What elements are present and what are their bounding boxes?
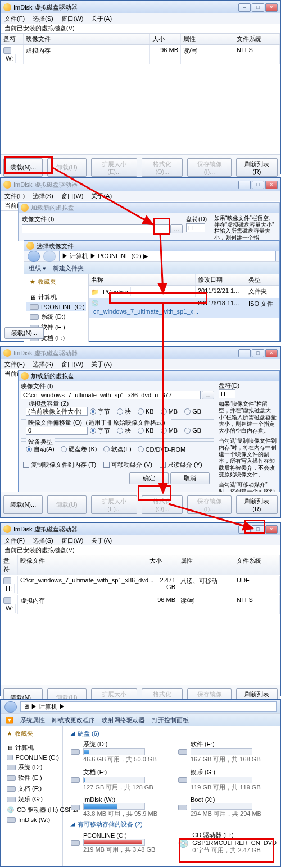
- tree-drive-cd[interactable]: 💿 CD 驱动器 (H:) GSP1F: [3, 805, 60, 815]
- tree-drive[interactable]: ImDisk (W:): [3, 815, 60, 824]
- tb-properties[interactable]: 系统属性: [20, 716, 45, 724]
- tree-drive[interactable]: 软件 (E:): [3, 773, 60, 783]
- unit-kb[interactable]: KB: [138, 408, 154, 415]
- menu-about[interactable]: 关于(A): [91, 15, 112, 23]
- list-item[interactable]: H: C:\cn_windows_7_ultimate_with_sp1_x86…: [1, 575, 280, 595]
- format-button[interactable]: 格式化(O)...: [142, 158, 183, 177]
- browse-button[interactable]: ...: [202, 391, 214, 399]
- file-item[interactable]: 📁 PConline 2011/12/21 1... 文件夹: [89, 286, 279, 298]
- minimize-button[interactable]: –: [238, 181, 251, 189]
- maximize-button[interactable]: □: [252, 349, 264, 357]
- refresh-button[interactable]: 刷新列表(R): [236, 495, 278, 514]
- format-button[interactable]: 格式化(O)...: [142, 495, 183, 514]
- extend-button[interactable]: 扩展大小(E)...: [91, 495, 137, 514]
- menu-select[interactable]: 选择(S): [33, 15, 53, 23]
- volume-cd[interactable]: 💿CD 驱动器 (H:) GSP1RMCULFRER_CN_DVD0 字节 可用…: [178, 830, 277, 856]
- favorites-node[interactable]: ★ 收藏夹: [26, 277, 86, 287]
- nav-bar: ▶ 计算机 ▶ PCONLINE (C:) ▶: [24, 251, 279, 262]
- breadcrumb[interactable]: ▶ 计算机 ▶ PCONLINE (C:) ▶: [59, 251, 276, 261]
- minimize-button[interactable]: –: [238, 525, 251, 534]
- off-unit-mb[interactable]: MB: [161, 427, 178, 434]
- titlebar[interactable]: ImDisk 虚拟磁盘驱动器 – □ ×: [1, 347, 280, 359]
- volume-e[interactable]: 软件 (E:)167 GB 可用，共 168 GB: [178, 739, 277, 765]
- tb-uninstall[interactable]: 卸载或更改程序: [52, 716, 95, 724]
- tb-ctrlpanel[interactable]: 打开控制面板: [152, 716, 189, 724]
- image-path-input[interactable]: [22, 224, 169, 233]
- tree-drive[interactable]: 系统 (D:): [3, 762, 60, 773]
- extend-button[interactable]: 扩展大小(E)...: [91, 158, 137, 177]
- size-input[interactable]: [26, 407, 88, 416]
- off-unit-gb[interactable]: GB: [184, 427, 201, 434]
- tree-drive[interactable]: 系统 (D:): [26, 311, 86, 322]
- favorites-node[interactable]: ★ 收藏夹: [3, 728, 60, 739]
- titlebar[interactable]: ImDisk 虚拟磁盘驱动器 – □ ×: [1, 523, 280, 535]
- devtype-fdd[interactable]: 软盘(F): [103, 445, 132, 453]
- devtype-cd[interactable]: CD/DVD-ROM: [138, 446, 186, 453]
- close-button[interactable]: ×: [265, 349, 278, 357]
- mount-button[interactable]: 装载(N)...: [3, 495, 43, 514]
- chk-copy-to-ram[interactable]: 复制映像文件到内存 (T): [23, 461, 96, 469]
- refresh-button[interactable]: 刷新列表(R): [236, 158, 278, 177]
- list-item[interactable]: W: 虚拟内存 96 MB 读/写 NTFS: [1, 595, 280, 614]
- organize-menu[interactable]: 组织 ▾: [29, 264, 46, 273]
- save-image-button[interactable]: 保存镜像(I)...: [187, 495, 231, 514]
- maximize-button[interactable]: □: [252, 3, 264, 12]
- titlebar[interactable]: ImDisk 虚拟磁盘驱动器 – □ ×: [1, 178, 280, 191]
- forward-button[interactable]: [43, 251, 56, 262]
- drive-letter-input[interactable]: [219, 389, 235, 398]
- unmount-button[interactable]: 卸载(U): [47, 495, 87, 514]
- offset-input[interactable]: [26, 426, 88, 435]
- volume-w[interactable]: ImDisk (W:)43.8 MB 可用，共 95.9 MB: [71, 795, 169, 819]
- close-button[interactable]: ×: [265, 525, 278, 534]
- back-button[interactable]: [28, 251, 40, 262]
- tree-drive[interactable]: PCONLINE (C:): [3, 753, 60, 762]
- close-button[interactable]: ×: [265, 3, 278, 12]
- drive-letter-input[interactable]: [186, 223, 205, 232]
- minimize-button[interactable]: –: [238, 349, 251, 357]
- devtype-auto[interactable]: 自动(A): [26, 445, 55, 453]
- minimize-button[interactable]: –: [238, 3, 251, 12]
- volume-g[interactable]: 娱乐 (G:)119 GB 可用，共 119 GB: [178, 767, 277, 793]
- cancel-button[interactable]: 取消: [170, 472, 210, 484]
- back-button[interactable]: [4, 701, 17, 713]
- removable-section-header[interactable]: ◢ 有可移动存储的设备 (2): [66, 819, 277, 830]
- unit-byte[interactable]: 字节: [90, 407, 110, 416]
- off-unit-byte[interactable]: 字节: [90, 426, 110, 435]
- unit-block[interactable]: 块: [117, 407, 131, 416]
- off-unit-kb[interactable]: KB: [138, 427, 154, 434]
- volume-c[interactable]: PCONLINE (C:)219 MB 可用，共 3.48 GB: [71, 830, 169, 856]
- tree-drive[interactable]: 文档 (F:): [3, 783, 60, 794]
- tree-drive[interactable]: 娱乐 (G:): [3, 794, 60, 805]
- mount-button[interactable]: 装载(N)...: [4, 327, 44, 339]
- breadcrumb[interactable]: 🖥 ▶ 计算机 ▶: [20, 701, 277, 712]
- unit-gb[interactable]: GB: [184, 408, 201, 415]
- computer-node[interactable]: 🖥 计算机: [26, 292, 86, 302]
- volume-x[interactable]: Boot (X:)294 MB 可用，共 294 MB: [178, 795, 277, 819]
- titlebar[interactable]: ImDisk 虚拟磁盘驱动器 – □ ×: [1, 1, 280, 13]
- menu-window[interactable]: 窗口(W): [61, 15, 84, 23]
- maximize-button[interactable]: □: [252, 181, 264, 189]
- mount-button[interactable]: 装载(N)...: [3, 158, 43, 177]
- disk-list[interactable]: W: 虚拟内存 96 MB 读/写 NTFS: [1, 45, 280, 154]
- chk-readonly[interactable]: 只读媒介 (Y): [160, 461, 202, 469]
- chk-removable[interactable]: 可移动媒介 (V): [103, 461, 152, 469]
- hd-section-header[interactable]: ◢ 硬盘 (6): [66, 728, 277, 739]
- tb-mapdrive[interactable]: 映射网络驱动器: [102, 716, 145, 724]
- unmount-button[interactable]: 卸载(U): [47, 158, 87, 177]
- browse-button[interactable]: ...: [170, 224, 183, 233]
- maximize-button[interactable]: □: [252, 525, 264, 534]
- save-image-button[interactable]: 保存镜像(I)...: [187, 158, 231, 177]
- image-path-input[interactable]: [21, 391, 201, 399]
- ok-button[interactable]: 确定: [129, 472, 169, 484]
- tree-drive[interactable]: PCONLINE (C:): [26, 302, 86, 311]
- computer-node[interactable]: 🖥 计算机: [3, 742, 60, 753]
- volume-f[interactable]: 文档 (F:)127 GB 可用，共 128 GB: [71, 767, 169, 793]
- volume-d[interactable]: 系统 (D:)46.6 GB 可用，共 50.0 GB: [71, 739, 169, 765]
- devtype-hdd[interactable]: 硬盘卷 (K): [61, 445, 97, 453]
- off-unit-block[interactable]: 块: [117, 426, 131, 435]
- close-button[interactable]: ×: [265, 181, 278, 189]
- unit-mb[interactable]: MB: [161, 408, 178, 415]
- file-item-iso[interactable]: 💿 cn_windows_7_ultimate_with_sp1_x... 20…: [89, 298, 279, 318]
- menu-file[interactable]: 文件(F): [4, 15, 25, 23]
- new-folder-button[interactable]: 新建文件夹: [53, 264, 84, 273]
